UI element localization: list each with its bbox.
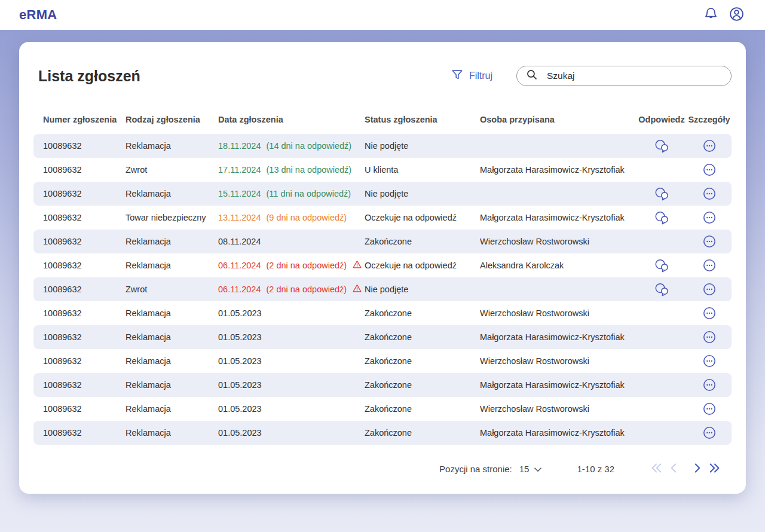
date-value: 01.05.2023: [218, 428, 262, 438]
cell-date: 08.11.2024: [218, 237, 365, 246]
table-row: 10089632 Reklamacja 01.05.2023 Zakończon…: [33, 325, 732, 349]
details-icon[interactable]: [702, 210, 717, 225]
details-icon[interactable]: [702, 139, 717, 153]
deadline-note: (13 dni na odpowiedź): [267, 165, 352, 175]
bell-icon: [703, 7, 718, 23]
table-row: 10089632 Zwrot 17.11.2024 (13 dni na odp…: [33, 158, 732, 182]
cell-status: Zakończone: [365, 428, 480, 438]
details-icon[interactable]: [702, 306, 717, 320]
date-value: 18.11.2024: [218, 141, 261, 151]
details-icon[interactable]: [702, 282, 717, 296]
per-page-select[interactable]: 15: [519, 464, 543, 474]
details-icon[interactable]: [702, 354, 717, 368]
cell-details: [687, 402, 732, 416]
cell-date: 06.11.2024 (2 dni na odpowiedź): [218, 283, 365, 295]
cell-date: 06.11.2024 (2 dni na odpowiedź): [218, 259, 365, 271]
cell-reply: [637, 210, 687, 225]
cell-type: Reklamacja: [126, 237, 218, 246]
notifications-button[interactable]: [703, 7, 718, 23]
cell-type: Reklamacja: [126, 332, 218, 342]
cell-status: Zakończone: [365, 404, 480, 414]
filter-label: Filtruj: [469, 71, 492, 81]
details-icon[interactable]: [702, 402, 717, 416]
cell-assignee: Małgorzata Harasimowicz-Krysztofiak: [480, 332, 637, 342]
cell-number: 10089632: [43, 308, 126, 318]
cell-number: 10089632: [43, 428, 126, 438]
cell-assignee: Małgorzata Harasimowicz-Krysztofiak: [480, 428, 637, 438]
cell-details: [687, 354, 732, 368]
first-page-button[interactable]: [649, 461, 663, 476]
column-header-reply: Odpowiedz: [637, 115, 687, 124]
details-icon[interactable]: [702, 186, 717, 201]
cell-number: 10089632: [43, 213, 126, 222]
table-row: 10089632 Reklamacja 18.11.2024 (14 dni n…: [33, 134, 732, 158]
details-icon[interactable]: [702, 234, 717, 249]
deadline-note: (14 dni na odpowiedź): [267, 141, 352, 151]
table-row: 10089632 Reklamacja 01.05.2023 Zakończon…: [33, 301, 732, 325]
topbar: eRMA: [0, 0, 765, 30]
chevron-down-icon: [534, 464, 542, 474]
reply-chat-icon[interactable]: [654, 258, 670, 273]
cell-status: Zakończone: [365, 332, 480, 342]
column-header-date: Data zgłoszenia: [218, 115, 365, 124]
reply-chat-icon[interactable]: [654, 139, 670, 153]
search-input[interactable]: [546, 70, 723, 82]
deadline-note: (2 dni na odpowiedź): [267, 285, 347, 294]
cell-details: [687, 282, 732, 296]
page-title: Lista zgłoszeń: [38, 68, 140, 85]
cell-date: 13.11.2024 (9 dni na odpowiedź): [218, 213, 365, 222]
cell-details: [687, 378, 732, 392]
cell-number: 10089632: [43, 237, 126, 246]
filter-funnel-icon: [451, 68, 464, 84]
cell-type: Reklamacja: [126, 356, 218, 366]
cell-date: 01.05.2023: [218, 404, 365, 414]
cell-type: Reklamacja: [126, 189, 218, 198]
table-row: 10089632 Reklamacja 01.05.2023 Zakończon…: [33, 421, 732, 445]
cell-status: Nie podjęte: [365, 285, 480, 294]
cell-status: Zakończone: [365, 380, 480, 390]
cell-date: 01.05.2023: [218, 356, 365, 366]
cell-details: [687, 258, 732, 273]
filter-button[interactable]: Filtruj: [451, 68, 492, 84]
card-header: Lista zgłoszeń Filtruj: [33, 42, 732, 86]
next-page-button[interactable]: [692, 461, 703, 476]
table-row: 10089632 Reklamacja 01.05.2023 Zakończon…: [33, 349, 732, 373]
details-icon[interactable]: [702, 426, 717, 440]
cell-number: 10089632: [43, 285, 126, 294]
details-icon[interactable]: [702, 163, 717, 177]
cell-details: [687, 306, 732, 320]
cell-status: Nie podjęte: [365, 141, 480, 151]
details-icon[interactable]: [702, 330, 717, 344]
table-row: 10089632 Reklamacja 06.11.2024 (2 dni na…: [33, 253, 732, 277]
cell-status: U klienta: [365, 165, 480, 175]
table-header-row: Numer zgłoszenia Rodzaj zgłoszenia Data …: [33, 112, 732, 127]
warning-icon: [352, 283, 362, 295]
cell-number: 10089632: [43, 356, 126, 366]
cell-type: Towar niebezpieczny: [126, 213, 218, 222]
double-chevron-left-icon: [649, 461, 663, 476]
cell-type: Zwrot: [126, 285, 218, 294]
details-icon[interactable]: [702, 258, 717, 273]
account-button[interactable]: [729, 6, 745, 24]
cell-assignee: Wierzchosław Rostworowski: [480, 356, 637, 366]
cell-reply: [637, 258, 687, 273]
date-value: 01.05.2023: [218, 380, 262, 390]
cell-type: Reklamacja: [126, 428, 218, 438]
table-row: 10089632 Zwrot 06.11.2024 (2 dni na odpo…: [33, 277, 732, 301]
cell-assignee: Małgorzata Harasimowicz-Krysztofiak: [480, 213, 637, 222]
cell-details: [687, 163, 732, 177]
reply-chat-icon[interactable]: [654, 282, 670, 296]
cell-details: [687, 186, 732, 201]
cell-number: 10089632: [43, 261, 126, 270]
last-page-button[interactable]: [708, 461, 722, 476]
cell-date: 15.11.2024 (11 dni na odpowiedź): [218, 189, 365, 198]
cell-number: 10089632: [43, 332, 126, 342]
date-value: 17.11.2024: [218, 165, 261, 175]
details-icon[interactable]: [702, 378, 717, 392]
date-value: 06.11.2024: [218, 285, 261, 294]
table-row: 10089632 Towar niebezpieczny 13.11.2024 …: [33, 206, 732, 230]
cell-type: Reklamacja: [126, 141, 218, 151]
reply-chat-icon[interactable]: [654, 210, 670, 225]
prev-page-button[interactable]: [668, 461, 679, 476]
reply-chat-icon[interactable]: [654, 186, 670, 201]
